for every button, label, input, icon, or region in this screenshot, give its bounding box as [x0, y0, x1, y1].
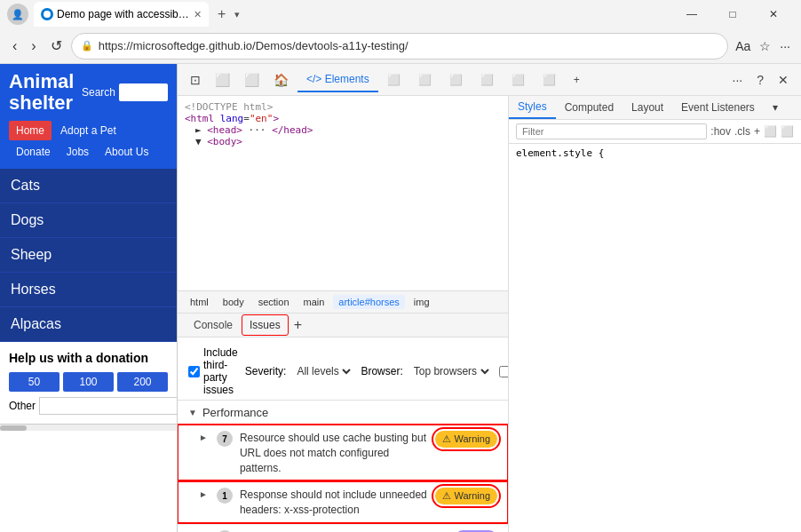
refresh-button[interactable]: ↺ [45, 34, 67, 58]
computed-tab[interactable]: Computed [556, 96, 623, 119]
html-line-2: <html lang="en"> [185, 113, 501, 124]
warning-badge: ⚠ Warning [435, 488, 497, 504]
animal-cats[interactable]: Cats [0, 169, 177, 203]
read-aloud-button[interactable]: Aa [732, 36, 754, 57]
include-third-party-checkbox[interactable] [188, 366, 200, 377]
breadcrumb-section[interactable]: section [253, 295, 295, 309]
back-button[interactable]: ‹ [7, 35, 22, 58]
devtools-breadcrumb: html body section main article#horses im… [178, 291, 508, 314]
styles-filter-input[interactable] [516, 123, 707, 139]
toolbar-icons: Aa ☆ ··· [732, 36, 794, 57]
tab-close-button[interactable]: ✕ [194, 9, 202, 20]
devtools-home-btn[interactable]: 🏠 [268, 69, 294, 91]
other-amount-input[interactable] [39, 397, 178, 415]
tab-more-tools[interactable]: + [565, 68, 589, 91]
breadcrumb-main[interactable]: main [298, 295, 330, 309]
element-style: element.style { [509, 144, 801, 163]
devtools-device2-btn[interactable]: ⬜ [239, 69, 265, 91]
devtools-device-btn[interactable]: ⬜ [210, 69, 235, 91]
performance-label: Performance [202, 406, 268, 419]
devtools-main: <!DOCTYPE html> <html lang="en"> ► <head… [178, 96, 801, 532]
devtools-tabs: </> Elements ⬜ ⬜ ⬜ ⬜ ⬜ ⬜ + [297, 67, 724, 92]
more-button[interactable]: ··· [776, 36, 794, 57]
new-tab-button[interactable]: + [212, 4, 231, 24]
maximize-button[interactable]: □ [712, 0, 753, 28]
breadcrumb-html[interactable]: html [185, 295, 214, 309]
donate-100[interactable]: 100 [63, 372, 114, 392]
animal-horses[interactable]: Horses [0, 273, 177, 307]
nav-about[interactable]: About Us [98, 142, 155, 162]
issue-row: ► 7 Resource should use cache busting bu… [178, 425, 508, 480]
search-input[interactable] [119, 83, 168, 101]
breadcrumb-article[interactable]: article#horses [333, 295, 404, 309]
devtools-help-btn[interactable]: ? [751, 69, 769, 91]
tab-performance[interactable]: ⬜ [440, 68, 472, 91]
styles-more[interactable]: ▾ [764, 96, 787, 119]
issue-expand-icon[interactable]: ► [199, 433, 208, 442]
active-tab[interactable]: Demo page with accessibility iss... ✕ [34, 2, 209, 27]
issues-panel[interactable]: Include third-party issues Severity: All… [178, 337, 508, 532]
other-label: Other [9, 400, 36, 412]
animal-alpacas[interactable]: Alpacas [0, 307, 177, 342]
animal-dogs[interactable]: Dogs [0, 203, 177, 238]
devtools-inspect-btn[interactable]: ⊡ [185, 69, 206, 91]
event-listeners-tab[interactable]: Event Listeners [672, 96, 764, 119]
tab-memory[interactable]: ⬜ [472, 68, 503, 91]
tab-network[interactable]: ⬜ [378, 68, 409, 91]
pseudo-class-btn[interactable]: :hov [710, 125, 731, 138]
tab-elements[interactable]: </> Elements [297, 67, 378, 92]
animal-sheep[interactable]: Sheep [0, 238, 177, 273]
performance-section: ▼ Performance ► 7 Resource should use ca… [178, 401, 508, 532]
favorites-button[interactable]: ☆ [756, 36, 774, 57]
subtab-console[interactable]: Console [185, 314, 242, 337]
tab-security[interactable]: ⬜ [534, 68, 565, 91]
styles-tab[interactable]: Styles [509, 96, 556, 119]
breadcrumb-img[interactable]: img [408, 295, 435, 309]
tab-title: Demo page with accessibility iss... [57, 8, 190, 20]
forward-button[interactable]: › [26, 35, 41, 58]
subtab-add[interactable]: + [289, 315, 307, 335]
site-search: Search [82, 83, 168, 101]
styles-icon-btn[interactable]: ⬜ [764, 125, 777, 138]
breadcrumb-body[interactable]: body [218, 295, 250, 309]
horizontal-scrollbar[interactable] [0, 424, 177, 431]
donation-section: Help us with a donation 50 100 200 Other [0, 342, 177, 424]
add-style-btn[interactable]: + [754, 125, 760, 138]
include-third-party-label[interactable]: Include third-party issues [188, 346, 238, 396]
devtools-more-btn[interactable]: ··· [727, 69, 749, 91]
html-line-4[interactable]: ▼ <body> [185, 136, 501, 147]
class-btn[interactable]: .cls [734, 125, 750, 138]
subtab-issues[interactable]: Issues [242, 314, 289, 336]
html-line-3[interactable]: ► <head> ··· </head> [185, 124, 501, 136]
issue-count: 1 [217, 488, 233, 504]
address-bar: ‹ › ↺ 🔒 https://microsoftedge.github.io/… [0, 28, 801, 64]
browser-select[interactable]: Top browsers [410, 364, 492, 378]
tab-sources[interactable]: ⬜ [409, 68, 440, 91]
minimize-button[interactable]: — [671, 0, 712, 28]
donation-amounts: 50 100 200 [9, 372, 168, 392]
url-bar[interactable]: 🔒 https://microsoftedge.github.io/Demos/… [71, 33, 729, 60]
nav-jobs[interactable]: Jobs [59, 142, 96, 162]
tab-application[interactable]: ⬜ [503, 68, 534, 91]
issue-text: Resource should use cache busting but UR… [240, 431, 428, 475]
severity-select[interactable]: All levels [293, 364, 353, 378]
styles-tabs: Styles Computed Layout Event Listeners ▾ [509, 96, 801, 120]
warning-badge: ⚠ Warning [435, 431, 497, 448]
nav-donate[interactable]: Donate [9, 142, 58, 162]
performance-section-header[interactable]: ▼ Performance [178, 401, 508, 425]
issue-expand-icon[interactable]: ► [199, 489, 208, 499]
donate-200[interactable]: 200 [117, 372, 168, 392]
nav-home[interactable]: Home [9, 121, 52, 140]
styles-more-btn[interactable]: ⬜ [781, 125, 794, 138]
scrollbar-thumb[interactable] [0, 425, 27, 431]
nav-adopt[interactable]: Adopt a Pet [53, 121, 123, 140]
svg-point-0 [44, 11, 51, 18]
close-button[interactable]: ✕ [753, 0, 794, 28]
devtools-close-btn[interactable]: ✕ [773, 69, 794, 91]
layout-tab[interactable]: Layout [623, 96, 672, 119]
tab-dropdown-button[interactable]: ▾ [234, 9, 240, 20]
issue-text: Response should not include unneeded hea… [240, 488, 428, 518]
donate-50[interactable]: 50 [9, 372, 59, 392]
group-by-checkbox[interactable] [499, 366, 508, 377]
window-controls: — □ ✕ [671, 0, 794, 28]
